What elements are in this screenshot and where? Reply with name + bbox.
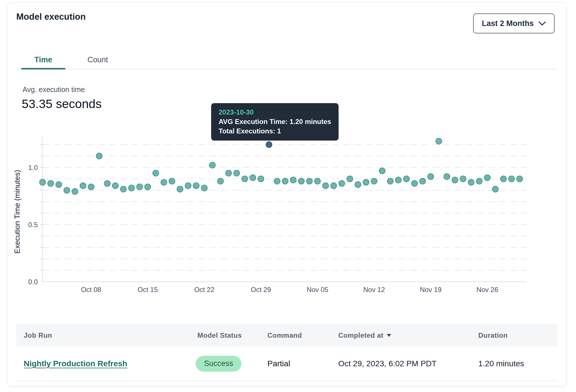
- data-point[interactable]: [242, 176, 248, 182]
- data-point[interactable]: [517, 176, 523, 182]
- data-point[interactable]: [387, 178, 393, 184]
- data-point[interactable]: [420, 178, 426, 184]
- chart-tabs: Time Count: [16, 51, 557, 69]
- data-point[interactable]: [331, 183, 337, 189]
- data-point[interactable]: [290, 177, 296, 183]
- x-tick-label: Nov 19: [420, 286, 441, 293]
- x-tick-label: Nov 05: [307, 286, 328, 293]
- data-point[interactable]: [104, 181, 110, 187]
- data-point[interactable]: [258, 176, 264, 182]
- data-point[interactable]: [161, 179, 167, 185]
- data-point[interactable]: [484, 175, 490, 181]
- column-header-command[interactable]: Command: [267, 331, 302, 339]
- y-axis-title: Execution Time (minutes): [13, 170, 21, 253]
- x-tick-label: Nov 12: [363, 286, 385, 293]
- data-point[interactable]: [185, 183, 191, 189]
- data-point[interactable]: [501, 176, 507, 182]
- data-point[interactable]: [282, 178, 288, 184]
- data-point[interactable]: [476, 178, 482, 184]
- data-point[interactable]: [428, 174, 434, 180]
- data-point[interactable]: [88, 184, 94, 190]
- chevron-down-icon: [538, 21, 546, 26]
- data-point[interactable]: [492, 186, 498, 192]
- table-row: Nightly Production Refresh Success Parti…: [16, 347, 557, 381]
- table-header-row: Job Run Model Status Command Completed a…: [16, 324, 557, 347]
- data-point[interactable]: [306, 178, 312, 184]
- date-range-dropdown[interactable]: Last 2 Months: [473, 13, 555, 33]
- model-execution-card: Model execution Last 2 Months Time Count…: [7, 2, 566, 386]
- data-point[interactable]: [468, 179, 474, 185]
- x-tick-label: Oct 29: [251, 286, 271, 293]
- data-point[interactable]: [371, 178, 377, 184]
- tab-count[interactable]: Count: [78, 51, 118, 69]
- data-point[interactable]: [274, 178, 280, 184]
- completed-at-cell: Oct 29, 2023, 6:02 PM PDT: [338, 359, 437, 368]
- data-point[interactable]: [234, 170, 240, 176]
- data-point[interactable]: [201, 185, 207, 191]
- avg-execution-time-label: Avg. execution time: [23, 85, 85, 94]
- tooltip-total-executions: Total Executions: 1: [219, 126, 331, 136]
- data-point[interactable]: [137, 184, 143, 190]
- x-tick-label: Nov 26: [476, 286, 498, 293]
- date-range-value: Last 2 Months: [482, 19, 534, 28]
- column-header-model-status[interactable]: Model Status: [197, 331, 242, 339]
- data-point[interactable]: [193, 183, 199, 189]
- data-point[interactable]: [339, 181, 345, 187]
- data-point[interactable]: [509, 176, 515, 182]
- y-tick-label: 0.0: [28, 278, 38, 286]
- data-point[interactable]: [121, 186, 127, 192]
- data-point[interactable]: [315, 178, 321, 184]
- column-header-duration[interactable]: Duration: [478, 331, 508, 339]
- data-point[interactable]: [411, 181, 417, 187]
- y-tick-label: 0.5: [28, 221, 38, 229]
- y-tick-label: 1.0: [28, 164, 38, 171]
- column-header-completed-at-label: Completed at: [338, 331, 383, 339]
- data-point[interactable]: [153, 170, 159, 176]
- data-point[interactable]: [96, 153, 102, 159]
- data-point[interactable]: [436, 138, 442, 144]
- data-point[interactable]: [250, 175, 256, 181]
- data-point[interactable]: [323, 183, 329, 189]
- job-runs-table: Job Run Model Status Command Completed a…: [16, 324, 557, 381]
- data-point[interactable]: [444, 174, 450, 180]
- x-tick-label: Oct 22: [194, 286, 215, 293]
- data-point[interactable]: [56, 182, 62, 188]
- x-tick-label: Oct 15: [138, 286, 158, 293]
- page-title: Model execution: [16, 12, 86, 22]
- chart-tooltip: 2023-10-30 AVG Execution Time: 1.20 minu…: [211, 103, 339, 141]
- data-point[interactable]: [460, 176, 466, 182]
- job-run-link[interactable]: Nightly Production Refresh: [24, 359, 127, 368]
- data-point[interactable]: [64, 187, 70, 193]
- data-point[interactable]: [379, 168, 385, 174]
- data-point[interactable]: [452, 177, 458, 183]
- status-badge: Success: [196, 356, 241, 372]
- data-point[interactable]: [177, 186, 183, 192]
- data-point[interactable]: [347, 176, 353, 182]
- data-point[interactable]: [112, 183, 118, 189]
- sort-desc-icon: [386, 333, 392, 337]
- data-point[interactable]: [403, 176, 409, 182]
- data-point[interactable]: [80, 183, 86, 189]
- data-point[interactable]: [363, 179, 369, 185]
- data-point[interactable]: [225, 170, 231, 176]
- x-tick-label: Oct 08: [81, 286, 101, 293]
- execution-time-scatter-chart[interactable]: 0.00.51.0Oct 08Oct 15Oct 22Oct 29Nov 05N…: [8, 135, 567, 300]
- data-point[interactable]: [209, 162, 215, 168]
- data-point[interactable]: [355, 182, 361, 188]
- data-point[interactable]: [48, 181, 54, 187]
- column-header-job-run[interactable]: Job Run: [24, 331, 52, 339]
- data-point[interactable]: [298, 178, 304, 184]
- data-point[interactable]: [395, 177, 401, 183]
- data-point[interactable]: [129, 185, 135, 191]
- data-point[interactable]: [169, 178, 175, 184]
- data-point[interactable]: [145, 184, 151, 190]
- selected-data-point[interactable]: [266, 142, 272, 148]
- tab-time[interactable]: Time: [21, 51, 65, 69]
- tooltip-avg-execution-time: AVG Execution Time: 1.20 minutes: [219, 117, 331, 126]
- data-point[interactable]: [72, 189, 78, 195]
- data-point[interactable]: [40, 179, 46, 185]
- data-point[interactable]: [217, 178, 223, 184]
- column-header-completed-at[interactable]: Completed at: [338, 331, 392, 339]
- avg-execution-time-value: 53.35 seconds: [22, 97, 102, 111]
- tooltip-date: 2023-10-30: [219, 107, 331, 117]
